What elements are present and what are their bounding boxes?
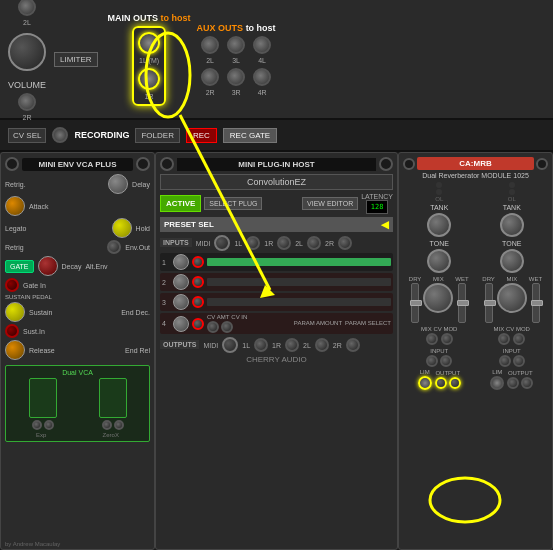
mix-cv-mod-port-left-1[interactable] — [426, 333, 438, 345]
rec-button[interactable]: REC — [186, 128, 217, 143]
preset-sel-arrow[interactable]: ◀ — [381, 219, 389, 230]
dry-slider-left[interactable] — [411, 283, 419, 323]
aux-2r-port[interactable] — [201, 68, 219, 86]
in-1l-port[interactable] — [246, 236, 260, 250]
aux-4l-label: 4L — [258, 57, 266, 64]
input-3-knob[interactable] — [173, 294, 189, 310]
param-amount-label: PARAM AMOUNT — [294, 320, 342, 326]
attack-knob[interactable] — [5, 196, 25, 216]
wet-label-left: WET — [455, 276, 468, 282]
input-port-right-1[interactable] — [499, 355, 511, 367]
mix-cv-mod-label-right: MIX CV MOD — [494, 326, 530, 332]
mix-knob-right[interactable] — [497, 283, 527, 313]
lim-knob-left[interactable] — [418, 376, 432, 390]
main-out-right-port[interactable] — [138, 68, 160, 90]
hold-label: Hold — [136, 225, 150, 232]
gate-in-port[interactable] — [5, 278, 19, 292]
decay-knob[interactable] — [38, 256, 58, 276]
out-1l-port[interactable] — [254, 338, 268, 352]
folder-button[interactable]: FOLDER — [135, 128, 179, 143]
vca-port-2[interactable] — [44, 420, 54, 430]
main-out-left-port[interactable] — [138, 32, 160, 54]
out-2l-port[interactable] — [315, 338, 329, 352]
plugin-power-port[interactable] — [160, 157, 174, 171]
env-port-right[interactable] — [136, 157, 150, 171]
input-label-left: INPUT — [430, 348, 448, 354]
mix-cv-mod-port-right-1[interactable] — [498, 333, 510, 345]
limiter-button[interactable]: LIMITER — [54, 52, 98, 67]
tank-knob-right[interactable] — [500, 213, 524, 237]
input-2-jack[interactable] — [192, 276, 204, 288]
dry-slider-right[interactable] — [485, 283, 493, 323]
wet-slider-left[interactable] — [458, 283, 466, 323]
input-1-jack[interactable] — [192, 256, 204, 268]
cv-amt-port[interactable] — [207, 321, 219, 333]
sustain-knob[interactable] — [5, 302, 25, 322]
vca-port-4[interactable] — [114, 420, 124, 430]
output-port-left-2[interactable] — [449, 377, 461, 389]
lim-knob-right[interactable] — [490, 376, 504, 390]
rec-gate-button[interactable]: REC GATE — [223, 128, 277, 143]
main-out-right-label: 1R — [145, 93, 154, 100]
in-2r-port[interactable] — [338, 236, 352, 250]
aux-3r-port[interactable] — [227, 68, 245, 86]
tone-knob-right[interactable] — [500, 249, 524, 273]
output-port-left-1[interactable] — [435, 377, 447, 389]
input-port-left-1[interactable] — [426, 355, 438, 367]
out-2r-port[interactable] — [346, 338, 360, 352]
port-2l-top[interactable] — [18, 0, 36, 16]
port-2r-top[interactable] — [18, 93, 36, 111]
plugin-host-title: MINI PLUG-IN HOST — [177, 158, 376, 171]
delay-knob[interactable] — [108, 174, 128, 194]
plugin-port-right[interactable] — [379, 157, 393, 171]
select-plug-button[interactable]: SELECT PLUG — [204, 197, 262, 210]
sust-in-port[interactable] — [5, 324, 19, 338]
tank-knob-left[interactable] — [427, 213, 451, 237]
midi-out-port[interactable] — [222, 337, 238, 353]
aux-2l-port[interactable] — [201, 36, 219, 54]
input-port-left-2[interactable] — [440, 355, 452, 367]
hold-knob[interactable] — [112, 218, 132, 238]
input-3-jack[interactable] — [192, 296, 204, 308]
input-2-knob[interactable] — [173, 274, 189, 290]
active-button[interactable]: ACTIVE — [160, 195, 201, 212]
input-4-knob[interactable] — [173, 316, 189, 332]
mix-knob-left[interactable] — [423, 283, 453, 313]
reverb-port-right[interactable] — [536, 158, 548, 170]
in-1r-port[interactable] — [277, 236, 291, 250]
view-editor-button[interactable]: VIEW EDITOR — [302, 197, 358, 210]
midi-in-port[interactable] — [214, 235, 230, 251]
input-1-knob[interactable] — [173, 254, 189, 270]
ol-led-left-1 — [436, 182, 442, 188]
mix-cv-mod-port-left-2[interactable] — [441, 333, 453, 345]
reverb-port-left[interactable] — [403, 158, 415, 170]
env-power-port[interactable] — [5, 157, 19, 171]
gate-button[interactable]: GATE — [5, 260, 34, 273]
in-2l-port[interactable] — [307, 236, 321, 250]
cv-port[interactable] — [52, 127, 68, 143]
out-1r-port[interactable] — [285, 338, 299, 352]
env-out-port[interactable] — [107, 240, 121, 254]
main-outs-label: MAIN OUTS — [108, 13, 159, 23]
volume-knob[interactable] — [8, 33, 46, 71]
release-knob[interactable] — [5, 340, 25, 360]
aux-3l-port[interactable] — [227, 36, 245, 54]
cv-sel-button[interactable]: CV SEL — [8, 128, 46, 143]
input-port-right-2[interactable] — [513, 355, 525, 367]
input-4-jack[interactable] — [192, 318, 204, 330]
sustain-pedal-label: SUSTAIN PEDAL — [5, 294, 52, 300]
vca-port-3[interactable] — [102, 420, 112, 430]
input-3-bar — [207, 298, 391, 306]
ol-led-right-1 — [509, 182, 515, 188]
wet-slider-right[interactable] — [532, 283, 540, 323]
tone-knob-left[interactable] — [427, 249, 451, 273]
aux-4l-port[interactable] — [253, 36, 271, 54]
delay-label: Delay — [132, 181, 150, 188]
output-port-right-2[interactable] — [521, 377, 533, 389]
mix-cv-mod-port-right-2[interactable] — [513, 333, 525, 345]
cv-in-port[interactable] — [221, 321, 233, 333]
vca-port-1[interactable] — [32, 420, 42, 430]
latency-label: LATENCY — [361, 193, 393, 200]
aux-4r-port[interactable] — [253, 68, 271, 86]
output-port-right-1[interactable] — [507, 377, 519, 389]
